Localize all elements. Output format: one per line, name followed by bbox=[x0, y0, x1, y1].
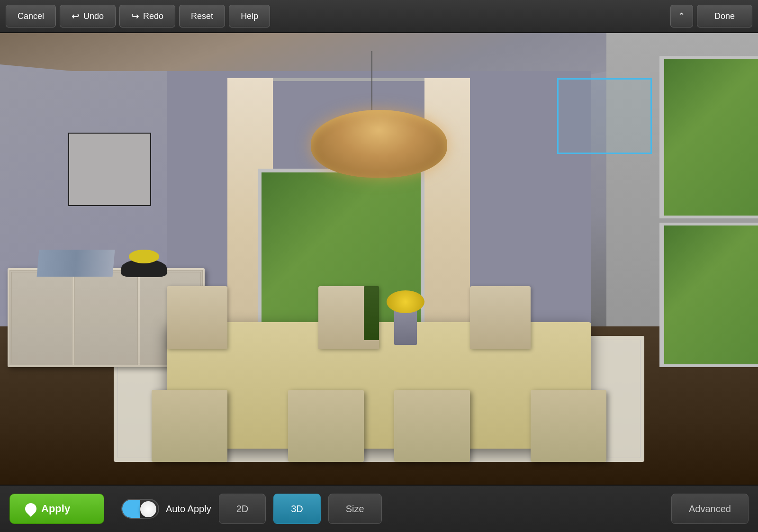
cancel-button[interactable]: Cancel bbox=[6, 5, 56, 27]
sideboard-items bbox=[36, 250, 115, 277]
apply-button[interactable]: Apply bbox=[9, 494, 104, 524]
auto-apply-label: Auto Apply bbox=[166, 504, 211, 514]
paint-brush-icon bbox=[23, 501, 39, 517]
wall-frame[interactable] bbox=[68, 133, 151, 206]
mode-3d-label: 3D bbox=[291, 504, 303, 514]
chevron-up-icon: ⌃ bbox=[678, 11, 685, 21]
size-label: Size bbox=[346, 504, 364, 514]
chair-back-left bbox=[167, 286, 227, 349]
cancel-label: Cancel bbox=[18, 11, 44, 21]
auto-apply-area: Auto Apply bbox=[121, 499, 211, 519]
done-label: Done bbox=[714, 11, 735, 21]
advanced-label: Advanced bbox=[689, 504, 731, 514]
window-bottom-right bbox=[659, 223, 758, 367]
chair-front-center-right bbox=[394, 390, 470, 462]
mode-3d-button[interactable]: 3D bbox=[273, 494, 321, 524]
window-top-right bbox=[659, 56, 758, 218]
chandelier bbox=[311, 110, 447, 178]
auto-apply-toggle[interactable] bbox=[121, 499, 159, 519]
done-button[interactable]: Done bbox=[697, 5, 752, 27]
flowers bbox=[387, 290, 424, 313]
toggle-active-track bbox=[122, 500, 140, 518]
redo-label: Redo bbox=[143, 11, 163, 21]
apply-label: Apply bbox=[41, 503, 70, 515]
collapse-button[interactable]: ⌃ bbox=[670, 5, 693, 27]
mode-2d-label: 2D bbox=[236, 504, 249, 514]
toggle-knob bbox=[140, 501, 156, 517]
chair-back-right bbox=[470, 286, 531, 349]
help-button[interactable]: Help bbox=[229, 5, 270, 27]
reset-button[interactable]: Reset bbox=[179, 5, 225, 27]
top-toolbar: Cancel ↩ Undo ↪ Redo Reset Help ⌃ Done bbox=[0, 0, 758, 33]
bottom-toolbar: Apply Auto Apply 2D 3D Size Advanced bbox=[0, 485, 758, 532]
advanced-button[interactable]: Advanced bbox=[671, 494, 749, 524]
redo-icon: ↪ bbox=[131, 10, 139, 22]
mode-2d-button[interactable]: 2D bbox=[219, 494, 266, 524]
help-label: Help bbox=[241, 11, 258, 21]
chair-front-center-left bbox=[288, 390, 364, 462]
undo-icon: ↩ bbox=[72, 10, 80, 22]
undo-label: Undo bbox=[83, 11, 104, 21]
wine-bottle bbox=[364, 286, 379, 340]
chandelier-chain bbox=[371, 51, 372, 110]
scene-viewport[interactable] bbox=[0, 33, 758, 485]
chair-front-left bbox=[152, 390, 227, 462]
reset-label: Reset bbox=[191, 11, 213, 21]
undo-button[interactable]: ↩ Undo bbox=[60, 5, 116, 27]
chair-front-right bbox=[531, 390, 606, 462]
size-button[interactable]: Size bbox=[328, 494, 382, 524]
fruit bbox=[129, 250, 159, 263]
redo-button[interactable]: ↪ Redo bbox=[119, 5, 175, 27]
